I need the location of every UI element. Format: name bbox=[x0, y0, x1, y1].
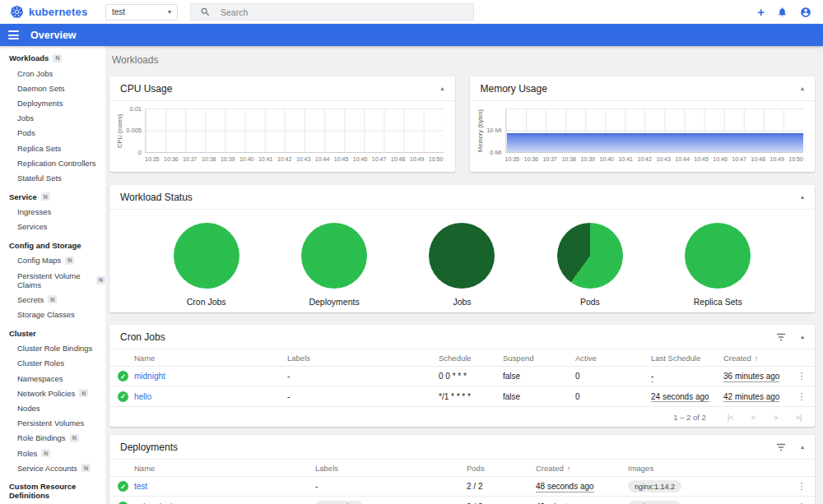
sidebar-item[interactable]: Services bbox=[0, 220, 105, 234]
menu-hamburger-button[interactable] bbox=[8, 29, 19, 42]
sidebar-item[interactable]: Role Bindings N bbox=[0, 431, 105, 446]
sidebar-section-header[interactable]: Cluster bbox=[0, 324, 105, 341]
add-resource-button[interactable]: + bbox=[757, 6, 765, 18]
sidebar-item[interactable]: Namespaces bbox=[0, 371, 105, 386]
sidebar-item[interactable]: Jobs bbox=[0, 111, 105, 126]
deployments-header: Deployments ▴ bbox=[109, 435, 815, 460]
col-pods[interactable]: Pods bbox=[467, 464, 536, 473]
deployment-name-link[interactable]: test bbox=[134, 482, 315, 491]
account-button[interactable] bbox=[800, 7, 811, 18]
pie-chart bbox=[174, 223, 239, 289]
sort-ascending-icon: ↑ bbox=[755, 354, 759, 363]
row-menu-button[interactable]: ⋮ bbox=[788, 391, 815, 402]
sidebar-item[interactable]: Persistent Volumes bbox=[0, 416, 105, 431]
sidebar-item[interactable]: Stateful Sets bbox=[0, 170, 105, 185]
sidebar-item[interactable]: Network Policies N bbox=[0, 386, 105, 400]
collapse-caret-icon[interactable]: ▴ bbox=[801, 194, 804, 201]
last-page-icon[interactable]: >| bbox=[796, 413, 802, 422]
pie-label: Pods bbox=[580, 297, 600, 307]
sidebar-item-label: Storage Classes bbox=[17, 310, 75, 319]
sidebar-item[interactable]: Cron Jobs bbox=[0, 66, 105, 81]
sidebar-item[interactable]: Replica Sets bbox=[0, 141, 105, 155]
col-suspend[interactable]: Suspend bbox=[503, 354, 575, 363]
deployments-card: Deployments ▴ Name Labels Pods Created↑ … bbox=[109, 435, 815, 504]
col-name[interactable]: Name bbox=[134, 464, 315, 473]
labels-cell: - bbox=[287, 372, 439, 381]
sidebar-item[interactable]: Replication Controllers bbox=[0, 155, 105, 170]
memory-y-ticks: 10 Mi0 Mi bbox=[484, 109, 505, 153]
memory-chart: Memory (bytes) 10 Mi0 Mi 10:3510:3610:37… bbox=[470, 101, 816, 162]
sidebar-item[interactable]: Config Maps N bbox=[0, 253, 105, 268]
sidebar-item[interactable]: Pods bbox=[0, 126, 105, 141]
sidebar-item[interactable]: Secrets N bbox=[0, 292, 105, 307]
sidebar-section-label: Custom Resource Definitions bbox=[9, 482, 105, 500]
sidebar-item[interactable]: Persistent Volume Claims N bbox=[0, 268, 105, 292]
sidebar-item[interactable]: Storage Classes bbox=[0, 307, 105, 321]
col-schedule[interactable]: Schedule bbox=[439, 354, 503, 363]
collapse-caret-icon[interactable]: ▴ bbox=[440, 86, 444, 92]
x-tick-label: 10:37 bbox=[183, 156, 198, 162]
sidebar-item[interactable]: Ingresses bbox=[0, 205, 105, 220]
x-tick-label: 10:42 bbox=[637, 156, 652, 162]
sidebar-item[interactable]: Deployments bbox=[0, 95, 105, 110]
sidebar-item-label: Cluster Role Bindings bbox=[17, 344, 92, 353]
col-labels[interactable]: Labels bbox=[287, 354, 439, 363]
sidebar-item-label: Deployments bbox=[17, 99, 63, 108]
x-tick-label: 10:50 bbox=[429, 156, 444, 162]
notifications-button[interactable] bbox=[777, 7, 788, 17]
images-cell: nginx:1.14.2 bbox=[628, 480, 788, 492]
deployments-title: Deployments bbox=[120, 442, 178, 453]
filter-list-icon[interactable] bbox=[776, 333, 786, 341]
row-menu-button[interactable]: ⋮ bbox=[788, 481, 815, 492]
col-images[interactable]: Images bbox=[628, 464, 788, 473]
x-tick-label: 10:49 bbox=[770, 156, 784, 162]
col-name[interactable]: Name bbox=[134, 354, 287, 363]
col-created-sorted[interactable]: Created↑ bbox=[536, 464, 628, 473]
sidebar-item[interactable]: Service Accounts N bbox=[0, 460, 105, 475]
collapse-caret-icon[interactable]: ▴ bbox=[801, 444, 804, 451]
search-input[interactable] bbox=[221, 7, 435, 17]
page-title: Workloads bbox=[109, 46, 815, 76]
sidebar-item-label: Replica Sets bbox=[17, 144, 61, 153]
search-bar[interactable] bbox=[190, 3, 474, 21]
col-created-sorted[interactable]: Created↑ bbox=[723, 354, 788, 363]
cronjob-name-link[interactable]: hello bbox=[134, 392, 287, 401]
y-tick-label: 0.01 bbox=[129, 105, 142, 113]
col-last-schedule[interactable]: Last Schedule bbox=[651, 354, 723, 363]
row-menu-button[interactable]: ⋮ bbox=[788, 371, 815, 381]
workload-status-header: Workload Status ▴ bbox=[109, 185, 815, 210]
sidebar-section-header[interactable]: Config and Storage bbox=[0, 236, 105, 253]
image-chip: nginx:1.14.2 bbox=[628, 480, 681, 492]
collapse-caret-icon[interactable]: ▴ bbox=[801, 86, 804, 92]
sidebar-item[interactable]: Roles N bbox=[0, 446, 105, 460]
previous-page-icon[interactable]: < bbox=[751, 413, 756, 422]
sidebar-item-label: Stateful Sets bbox=[17, 173, 62, 183]
x-tick-label: 10:47 bbox=[372, 156, 387, 162]
sidebar-item[interactable]: Daemon Sets bbox=[0, 81, 105, 95]
x-tick-label: 10:43 bbox=[656, 156, 671, 162]
col-active[interactable]: Active bbox=[575, 354, 651, 363]
filter-list-icon[interactable] bbox=[776, 443, 786, 451]
row-menu-button[interactable]: ⋮ bbox=[788, 502, 815, 504]
x-tick-label: 10:45 bbox=[694, 156, 709, 162]
col-labels[interactable]: Labels bbox=[315, 464, 467, 473]
memory-x-ticks: 10:3510:3610:3710:3810:3910:4010:4110:42… bbox=[505, 156, 804, 162]
cronjob-name-link[interactable]: midnight bbox=[134, 372, 287, 381]
sidebar-item[interactable]: Cluster Roles bbox=[0, 356, 105, 371]
sidebar-item-label: Daemon Sets bbox=[17, 84, 65, 93]
next-page-icon[interactable]: > bbox=[774, 413, 778, 422]
namespace-selector[interactable]: test ▾ bbox=[105, 4, 178, 21]
sidebar-section-header[interactable]: Custom Resource Definitions bbox=[0, 477, 105, 503]
y-tick-label: 0.005 bbox=[126, 127, 142, 134]
sidebar-item[interactable]: Nodes bbox=[0, 400, 105, 415]
first-page-icon[interactable]: |< bbox=[728, 413, 733, 422]
sidebar-item[interactable]: Cluster Role Bindings bbox=[0, 341, 105, 356]
namespaced-badge: N bbox=[65, 257, 74, 265]
collapse-caret-icon[interactable]: ▴ bbox=[801, 334, 804, 340]
app-bar: Overview bbox=[0, 24, 823, 46]
namespaced-badge: N bbox=[79, 389, 88, 397]
kubernetes-logo[interactable]: kubernetes bbox=[0, 5, 105, 19]
y-tick-label: 0 bbox=[138, 149, 142, 156]
sidebar-section-header[interactable]: Workloads N bbox=[0, 49, 105, 66]
sidebar-section-header[interactable]: Service N bbox=[0, 187, 105, 205]
